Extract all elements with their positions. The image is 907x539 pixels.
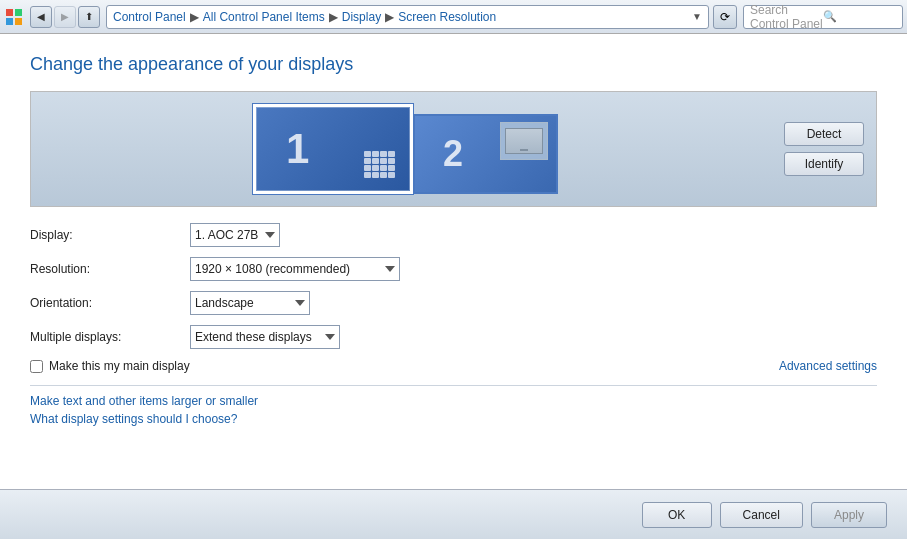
monitor-2-screen-icon bbox=[505, 128, 543, 154]
cancel-button[interactable]: Cancel bbox=[720, 502, 803, 528]
ok-button[interactable]: OK bbox=[642, 502, 712, 528]
checkbox-row: Make this my main display Advanced setti… bbox=[30, 359, 877, 373]
main-content: Change the appearance of your displays 1… bbox=[0, 34, 907, 489]
refresh-button[interactable]: ⟳ bbox=[713, 5, 737, 29]
search-icon: 🔍 bbox=[823, 10, 896, 23]
display-select[interactable]: 1. AOC 27B1 bbox=[190, 223, 280, 247]
resolution-label: Resolution: bbox=[30, 262, 190, 276]
main-display-checkbox-label[interactable]: Make this my main display bbox=[30, 359, 190, 373]
display-preview-container: 1 2 Detect Iden bbox=[30, 91, 877, 207]
bottom-bar: OK Cancel Apply bbox=[0, 489, 907, 539]
advanced-settings-link[interactable]: Advanced settings bbox=[779, 359, 877, 373]
monitor-2[interactable]: 2 bbox=[413, 114, 558, 194]
svg-rect-2 bbox=[6, 18, 13, 25]
monitor-1[interactable]: 1 bbox=[253, 104, 413, 194]
breadcrumb-screen-resolution[interactable]: Screen Resolution bbox=[398, 10, 496, 24]
main-display-checkbox[interactable] bbox=[30, 360, 43, 373]
search-box-container: Search Control Panel 🔍 bbox=[743, 5, 903, 29]
detect-identify-area: Detect Identify bbox=[784, 122, 864, 176]
svg-rect-0 bbox=[6, 9, 13, 16]
forward-button[interactable]: ▶ bbox=[54, 6, 76, 28]
nav-buttons: ◀ ▶ ⬆ bbox=[4, 6, 100, 28]
help-link-2[interactable]: What display settings should I choose? bbox=[30, 412, 877, 426]
identify-button[interactable]: Identify bbox=[784, 152, 864, 176]
breadcrumb-control-panel[interactable]: Control Panel bbox=[113, 10, 186, 24]
multiple-displays-label: Multiple displays: bbox=[30, 330, 190, 344]
display-label: Display: bbox=[30, 228, 190, 242]
svg-rect-1 bbox=[15, 9, 22, 16]
address-bar: ◀ ▶ ⬆ Control Panel ▶ All Control Panel … bbox=[0, 0, 907, 34]
divider bbox=[30, 385, 877, 386]
svg-rect-3 bbox=[15, 18, 22, 25]
breadcrumb-all-items[interactable]: All Control Panel Items bbox=[203, 10, 325, 24]
help-link-1[interactable]: Make text and other items larger or smal… bbox=[30, 394, 877, 408]
monitor-1-number: 1 bbox=[286, 125, 309, 173]
main-display-label: Make this my main display bbox=[49, 359, 190, 373]
displays-area: 1 2 bbox=[43, 104, 768, 194]
breadcrumb: Control Panel ▶ All Control Panel Items … bbox=[106, 5, 709, 29]
up-button[interactable]: ⬆ bbox=[78, 6, 100, 28]
monitor-2-number: 2 bbox=[443, 133, 463, 175]
monitor-1-icon bbox=[364, 151, 400, 183]
breadcrumb-display[interactable]: Display bbox=[342, 10, 381, 24]
breadcrumb-dropdown-button[interactable]: ▼ bbox=[692, 11, 702, 22]
apply-button[interactable]: Apply bbox=[811, 502, 887, 528]
orientation-label: Orientation: bbox=[30, 296, 190, 310]
settings-grid: Display: 1. AOC 27B1 Resolution: 1920 × … bbox=[30, 223, 877, 349]
links-area: Make text and other items larger or smal… bbox=[30, 394, 877, 426]
windows-logo bbox=[4, 7, 24, 27]
multiple-displays-select[interactable]: Extend these displays Duplicate these di… bbox=[190, 325, 340, 349]
orientation-select[interactable]: Landscape Portrait Landscape (flipped) P… bbox=[190, 291, 310, 315]
page-title: Change the appearance of your displays bbox=[30, 54, 877, 75]
resolution-select[interactable]: 1920 × 1080 (recommended) bbox=[190, 257, 400, 281]
detect-button[interactable]: Detect bbox=[784, 122, 864, 146]
monitor-2-icon bbox=[500, 122, 548, 160]
search-placeholder-text: Search Control Panel bbox=[750, 3, 823, 31]
back-button[interactable]: ◀ bbox=[30, 6, 52, 28]
